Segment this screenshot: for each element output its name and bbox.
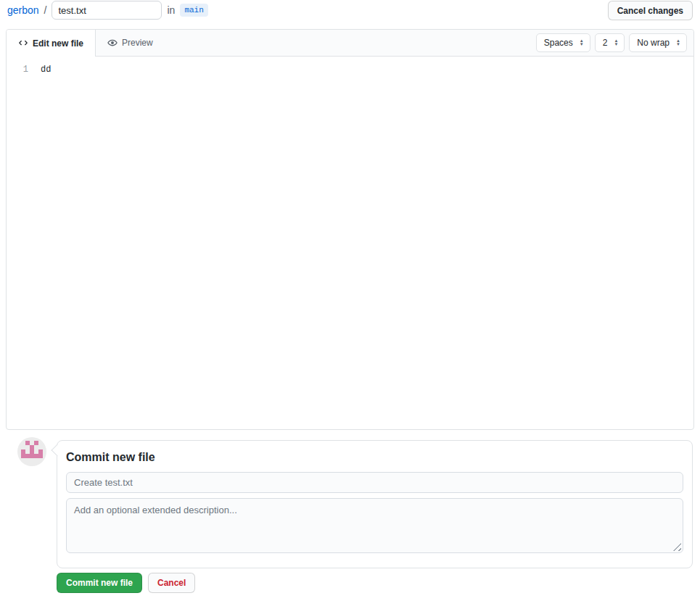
commit-description-wrap [66, 498, 683, 553]
identicon-image [21, 441, 43, 463]
select-arrows-icon: ▲▼ [614, 39, 618, 46]
indent-mode-value: Spaces [544, 38, 573, 48]
wrap-mode-select[interactable]: No wrap ▲▼ [629, 33, 687, 52]
cancel-changes-button[interactable]: Cancel changes [608, 1, 693, 20]
branch-badge: main [180, 4, 207, 17]
cancel-button[interactable]: Cancel [148, 573, 195, 593]
tab-preview-label: Preview [122, 38, 153, 48]
breadcrumb-separator: / [44, 4, 47, 16]
repo-link[interactable]: gerbon [7, 4, 39, 16]
tab-preview[interactable]: Preview [96, 30, 165, 56]
indent-size-value: 2 [603, 38, 608, 48]
code-editor[interactable]: 1 dd [7, 57, 693, 83]
wrap-mode-value: No wrap [637, 38, 670, 48]
tab-edit-label: Edit new file [33, 38, 83, 49]
editor-tab-bar: Edit new file Preview Spaces ▲▼ 2 ▲▼ [7, 30, 693, 57]
commit-description-textarea[interactable] [66, 498, 683, 553]
code-icon [18, 38, 28, 49]
user-avatar [17, 437, 46, 466]
filename-input[interactable] [52, 1, 162, 20]
commit-message-input[interactable] [66, 472, 683, 493]
indent-mode-select[interactable]: Spaces ▲▼ [536, 33, 590, 52]
file-editor-panel: Edit new file Preview Spaces ▲▼ 2 ▲▼ [6, 29, 694, 430]
editor-controls: Spaces ▲▼ 2 ▲▼ No wrap ▲▼ [536, 33, 687, 52]
commit-form-title: Commit new file [66, 451, 683, 464]
line-number[interactable]: 1 [7, 62, 28, 77]
commit-actions: Commit new file Cancel [57, 573, 195, 593]
select-arrows-icon: ▲▼ [676, 39, 680, 46]
commit-new-file-button[interactable]: Commit new file [57, 573, 142, 593]
indent-size-select[interactable]: 2 ▲▼ [595, 33, 625, 52]
line-content[interactable]: dd [41, 62, 51, 77]
tab-edit-new-file[interactable]: Edit new file [7, 30, 96, 57]
code-line: 1 dd [7, 62, 693, 77]
commit-form: Commit new file [57, 440, 693, 568]
breadcrumb-in-label: in [167, 4, 175, 16]
eye-icon [107, 38, 118, 48]
select-arrows-icon: ▲▼ [580, 39, 584, 46]
breadcrumb: gerbon / in main [7, 0, 208, 20]
